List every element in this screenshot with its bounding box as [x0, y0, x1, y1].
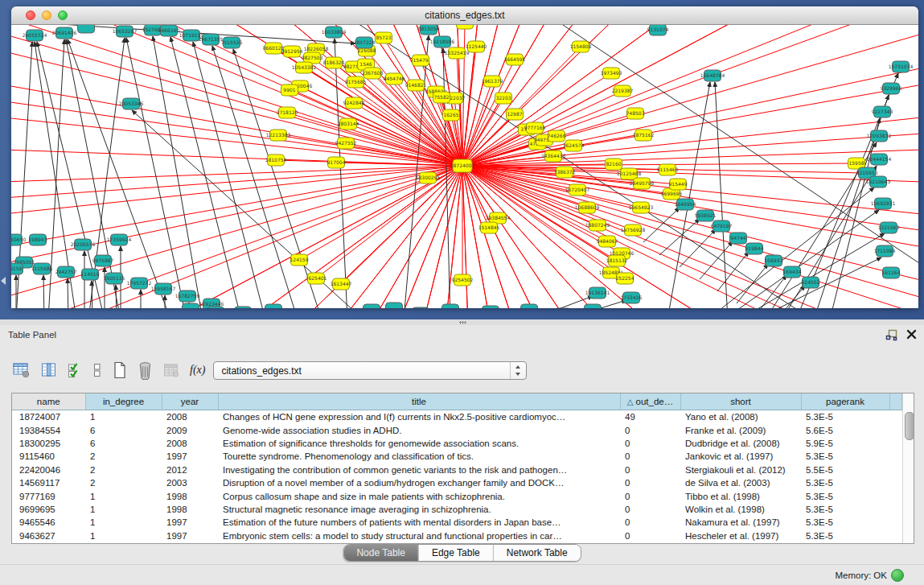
table-cell[interactable]: Tourette syndrome. Phenomenology and cla…: [218, 450, 620, 463]
table-settings-icon[interactable]: [13, 362, 31, 378]
table-cell[interactable]: 5.3E-5: [801, 516, 889, 529]
table-cell[interactable]: 5.3E-5: [801, 503, 889, 516]
table-cell[interactable]: 1: [85, 489, 162, 502]
panel-collapse-arrow-icon[interactable]: [1, 277, 6, 285]
table-cell[interactable]: 1998: [162, 489, 218, 502]
table-cell[interactable]: 18300295: [12, 437, 85, 450]
import-table-icon[interactable]: [163, 362, 179, 378]
table-cell[interactable]: [889, 437, 901, 450]
table-cell[interactable]: Wolkin et al. (1998): [680, 503, 801, 516]
table-cell[interactable]: 0: [620, 489, 680, 502]
table-cell[interactable]: [889, 516, 901, 529]
table-cell[interactable]: 5.3E-5: [801, 450, 889, 463]
table-cell[interactable]: 0: [620, 476, 680, 489]
table-row[interactable]: 946554611997Estimation of the future num…: [12, 516, 901, 529]
table-row[interactable]: 1456911722003Disruption of a novel membe…: [12, 476, 901, 489]
table-select-dropdown[interactable]: citations_edges.txt: [213, 361, 527, 380]
table-cell[interactable]: 0: [620, 463, 680, 476]
function-builder-icon[interactable]: f(x): [190, 364, 205, 377]
table-cell[interactable]: 5.9E-5: [801, 437, 889, 450]
table-cell[interactable]: Corpus callosum shape and size in male p…: [218, 489, 620, 502]
table-cell[interactable]: Estimation of significance thresholds fo…: [218, 437, 620, 450]
column-header-title[interactable]: title: [218, 393, 620, 410]
close-window-button[interactable]: [26, 10, 35, 20]
table-cell[interactable]: [889, 450, 901, 463]
table-cell[interactable]: 9699695: [12, 503, 85, 516]
column-header-year[interactable]: year: [162, 393, 218, 410]
table-cell[interactable]: 18724007: [12, 410, 85, 424]
table-cell[interactable]: Embryonic stem cells: a model to study s…: [218, 529, 620, 542]
table-cell[interactable]: 5.6E-5: [801, 423, 889, 436]
vertical-scrollbar[interactable]: [902, 393, 914, 543]
table-cell[interactable]: [889, 410, 901, 424]
table-cell[interactable]: 0: [620, 450, 680, 463]
graph-node[interactable]: [521, 304, 538, 308]
column-header-out_de…[interactable]: △out_de…: [620, 393, 680, 410]
table-cell[interactable]: 0: [620, 437, 680, 450]
delete-table-icon[interactable]: [138, 361, 153, 380]
table-cell[interactable]: 2: [85, 476, 162, 489]
table-row[interactable]: 1872400712008Changes of HCN gene express…: [12, 410, 901, 424]
table-cell[interactable]: Investigating the contribution of common…: [218, 463, 620, 476]
column-header-in_degree[interactable]: in_degree: [85, 393, 162, 410]
table-cell[interactable]: 0: [620, 529, 680, 542]
graph-node[interactable]: [483, 306, 499, 308]
select-all-icon[interactable]: [68, 362, 82, 378]
table-cell[interactable]: 2008: [162, 410, 218, 424]
graph-node[interactable]: [363, 304, 380, 308]
column-header-name[interactable]: name: [12, 393, 85, 410]
table-cell[interactable]: 2: [85, 450, 162, 463]
graph-node[interactable]: [442, 304, 459, 308]
splitter-grip-icon[interactable]: [459, 321, 466, 324]
graph-node[interactable]: [265, 304, 282, 308]
scrollbar-thumb[interactable]: [905, 412, 914, 440]
panel-splitter[interactable]: [0, 319, 924, 325]
table-cell[interactable]: 1: [85, 503, 162, 516]
graph-node[interactable]: [413, 307, 429, 308]
table-row[interactable]: 911546021997Tourette syndrome. Phenomeno…: [12, 450, 901, 463]
table-cell[interactable]: [889, 463, 901, 476]
table-row[interactable]: 946362711997Embryonic stem cells: a mode…: [12, 529, 901, 542]
table-cell[interactable]: 2003: [162, 476, 218, 489]
table-row[interactable]: 969969511998Structural magnetic resonanc…: [12, 503, 901, 516]
table-row[interactable]: 1938455462009Genome-wide association stu…: [12, 423, 901, 436]
table-cell[interactable]: 19384554: [12, 423, 85, 436]
table-row[interactable]: 1830029562008Estimation of significance …: [12, 437, 901, 450]
column-header-filler[interactable]: [889, 393, 901, 410]
float-window-icon[interactable]: [885, 329, 898, 341]
graph-node[interactable]: [207, 307, 224, 308]
table-cell[interactable]: Jankovic et al. (1997): [680, 450, 801, 463]
table-cell[interactable]: 5.3E-5: [801, 410, 889, 424]
table-cell[interactable]: 9115460: [12, 450, 85, 463]
table-row[interactable]: 2242004622012Investigating the contribut…: [12, 463, 901, 476]
table-cell[interactable]: 1997: [162, 516, 218, 529]
table-cell[interactable]: 5.3E-5: [801, 529, 889, 542]
table-cell[interactable]: Hescheler et al. (1997): [680, 529, 801, 542]
graph-node[interactable]: [386, 303, 403, 308]
table-cell[interactable]: 9777169: [12, 489, 85, 502]
table-cell[interactable]: 1: [85, 516, 162, 529]
table-cell[interactable]: 5.3E-5: [801, 476, 889, 489]
graph-node[interactable]: [235, 307, 252, 308]
table-cell[interactable]: 2012: [162, 463, 218, 476]
table-cell[interactable]: Structural magnetic resonance image aver…: [218, 503, 620, 516]
network-canvas[interactable]: 8660128891295418226058982750381863281054…: [11, 25, 918, 308]
close-icon[interactable]: [906, 329, 917, 340]
table-cell[interactable]: 22420046: [12, 463, 85, 476]
table-cell[interactable]: [889, 529, 901, 542]
graph-node[interactable]: [78, 25, 95, 33]
minimize-window-button[interactable]: [42, 10, 51, 20]
table-cell[interactable]: 2008: [162, 437, 218, 450]
table-cell[interactable]: 9463627: [12, 529, 85, 542]
zoom-window-button[interactable]: [58, 10, 68, 20]
dropdown-spinner-icon[interactable]: [510, 362, 526, 379]
table-cell[interactable]: 0: [620, 423, 680, 436]
table-cell[interactable]: 0: [620, 503, 680, 516]
table-cell[interactable]: [889, 503, 901, 516]
table-cell[interactable]: Franke et al. (2009): [680, 423, 801, 436]
table-cell[interactable]: [889, 476, 901, 489]
table-cell[interactable]: 9465546: [12, 516, 85, 529]
table-cell[interactable]: Tibbo et al. (1998): [680, 489, 801, 502]
table-cell[interactable]: 6: [85, 423, 162, 436]
graph-node[interactable]: [183, 303, 199, 308]
